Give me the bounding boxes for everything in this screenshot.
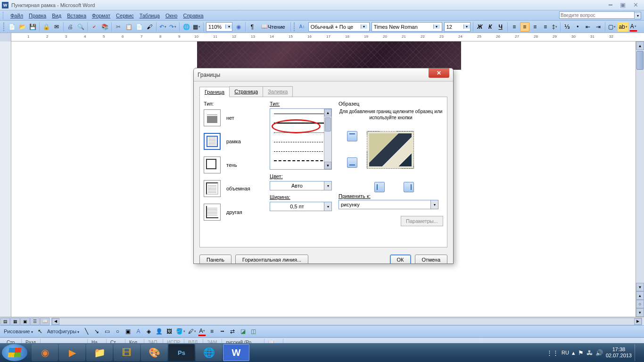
menu-view[interactable]: Вид: [49, 12, 64, 19]
print-layout-view-icon[interactable]: ▣: [20, 318, 30, 325]
taskbar-photoshop-icon[interactable]: Ps: [168, 344, 195, 361]
decrease-indent-icon[interactable]: ⇤: [583, 22, 593, 32]
menu-edit[interactable]: Правка: [26, 12, 49, 19]
scroll-track[interactable]: [636, 50, 644, 283]
bottom-border-button[interactable]: [347, 157, 357, 168]
save-icon[interactable]: 💾: [28, 22, 37, 32]
horizontal-scrollbar[interactable]: ◀ ▶: [51, 318, 642, 325]
font-select[interactable]: Times New Roman ▾: [372, 22, 442, 32]
next-page-icon[interactable]: ▾: [636, 308, 644, 317]
drawing-menu[interactable]: Рисование: [2, 328, 35, 335]
scroll-left-arrow-icon[interactable]: ◀: [52, 318, 59, 325]
menu-table[interactable]: Таблица: [137, 12, 163, 19]
normal-view-icon[interactable]: ▤: [0, 318, 10, 325]
setting-shadow[interactable]: тень: [204, 156, 265, 173]
tray-grip-icon[interactable]: ⋮⋮: [546, 349, 559, 356]
dropdown-arrow-icon[interactable]: ▾: [430, 200, 438, 209]
browse-object-icon[interactable]: ○: [636, 300, 644, 308]
taskbar-folder-icon[interactable]: 🎞: [114, 344, 140, 361]
open-icon[interactable]: 📂: [17, 22, 27, 32]
paste-icon[interactable]: 📄: [134, 22, 144, 32]
format-painter-icon[interactable]: 🖌: [145, 22, 154, 32]
arrow-tool-icon[interactable]: ↘: [92, 327, 101, 336]
setting-box[interactable]: рамка: [204, 133, 265, 150]
dropdown-arrow-icon[interactable]: ▾: [361, 25, 367, 29]
clipart-icon[interactable]: 👤: [154, 327, 164, 336]
dropdown-arrow-icon[interactable]: ▾: [324, 202, 331, 211]
permissions-icon[interactable]: 🔒: [41, 22, 51, 32]
menu-file[interactable]: Файл: [8, 12, 26, 19]
setting-none[interactable]: нет: [204, 109, 265, 126]
outline-view-icon[interactable]: ☰: [30, 318, 40, 325]
taskbar-explorer-icon[interactable]: 📁: [86, 344, 113, 361]
insert-picture-icon[interactable]: 🖼: [165, 327, 174, 336]
line-spacing-icon[interactable]: ‡: [551, 22, 559, 32]
redo-icon[interactable]: ↷: [168, 22, 177, 32]
top-border-button[interactable]: [347, 131, 357, 141]
copy-icon[interactable]: 📋: [124, 22, 133, 32]
cancel-button[interactable]: Отмена: [415, 255, 447, 264]
panel-button[interactable]: Панель: [199, 255, 231, 264]
ask-dropdown[interactable]: ▾: [635, 12, 641, 19]
undo-icon[interactable]: ↶: [158, 22, 167, 32]
three-d-style-icon[interactable]: ◫: [248, 327, 258, 336]
borders-icon[interactable]: ▢: [607, 22, 617, 32]
tray-volume-icon[interactable]: 🔊: [595, 349, 603, 356]
start-button[interactable]: [2, 344, 27, 361]
line-style-icon[interactable]: ≡: [207, 327, 216, 336]
print-preview-icon[interactable]: 🔍: [76, 22, 85, 32]
cut-icon[interactable]: ✂: [114, 22, 123, 32]
spellcheck-icon[interactable]: ✔: [90, 22, 99, 32]
size-select[interactable]: 12 ▾: [444, 22, 471, 32]
zoom-select[interactable]: 110% ▾: [206, 22, 232, 32]
menu-tools[interactable]: Сервис: [113, 12, 137, 19]
dropdown-arrow-icon[interactable]: ▾: [225, 25, 232, 29]
rectangle-tool-icon[interactable]: ▭: [102, 327, 112, 336]
minimize-button[interactable]: ━: [607, 1, 614, 8]
show-desktop-button[interactable]: [635, 344, 639, 361]
align-justify-icon[interactable]: ≡: [541, 22, 550, 32]
select-objects-icon[interactable]: ↖: [35, 327, 45, 336]
increase-indent-icon[interactable]: ⇥: [594, 22, 603, 32]
show-hide-marks-icon[interactable]: ¶: [248, 22, 257, 32]
horizontal-line-button[interactable]: Горизонтальная линия...: [235, 255, 308, 264]
tab-fill[interactable]: Заливка: [263, 86, 293, 97]
fill-color-icon[interactable]: 🪣: [175, 327, 186, 336]
research-icon[interactable]: 📚: [100, 22, 109, 32]
tab-border[interactable]: Граница: [199, 87, 230, 97]
reading-layout-button[interactable]: 📖 Чтение: [258, 22, 289, 32]
web-view-icon[interactable]: ▦: [10, 318, 20, 325]
maximize-button[interactable]: ▣: [618, 1, 627, 8]
ok-button[interactable]: ОК: [390, 255, 411, 264]
ask-input[interactable]: [559, 11, 635, 19]
wordart-icon[interactable]: A: [133, 327, 143, 336]
toolbar-grip-icon[interactable]: [3, 12, 5, 19]
applyto-combo[interactable]: рисунку ▾: [339, 200, 438, 209]
align-left-icon[interactable]: ≡: [510, 22, 519, 32]
dropdown-arrow-icon[interactable]: ▾: [433, 25, 440, 29]
line-tool-icon[interactable]: ╲: [82, 327, 91, 336]
oval-tool-icon[interactable]: ○: [113, 327, 122, 336]
hyperlink-icon[interactable]: 🌐: [182, 22, 191, 32]
underline-button[interactable]: Ч: [496, 22, 505, 32]
taskbar-wmp-icon[interactable]: ▶: [59, 344, 85, 361]
scroll-up-arrow-icon[interactable]: ▲: [636, 41, 644, 50]
taskbar-chrome-icon[interactable]: 🌐: [196, 344, 222, 361]
close-button[interactable]: ✕: [631, 1, 640, 8]
line-color-icon[interactable]: 🖊: [187, 327, 197, 336]
vertical-scrollbar[interactable]: ▲ ▼ ▴ ○ ▾: [636, 41, 644, 317]
arrow-style-icon[interactable]: ⇄: [228, 327, 237, 336]
left-border-button[interactable]: [374, 182, 385, 192]
email-icon[interactable]: ✉: [52, 22, 61, 32]
dialog-close-button[interactable]: ✕: [429, 68, 449, 78]
new-doc-icon[interactable]: 📄: [7, 22, 17, 32]
scroll-thumb[interactable]: [636, 51, 644, 70]
menu-window[interactable]: Окно: [163, 12, 181, 19]
style-list-scrollbar[interactable]: ▲ ▼: [324, 109, 331, 169]
line-style-list[interactable]: ▲ ▼: [270, 108, 332, 170]
right-border-button[interactable]: [404, 182, 414, 192]
font-color-draw-icon[interactable]: A: [198, 327, 206, 336]
taskbar-paint-icon[interactable]: 🎨: [141, 344, 167, 361]
horizontal-ruler[interactable]: 1234567891011121314151617181920212223242…: [0, 33, 644, 41]
align-center-icon[interactable]: ≡: [520, 22, 529, 32]
